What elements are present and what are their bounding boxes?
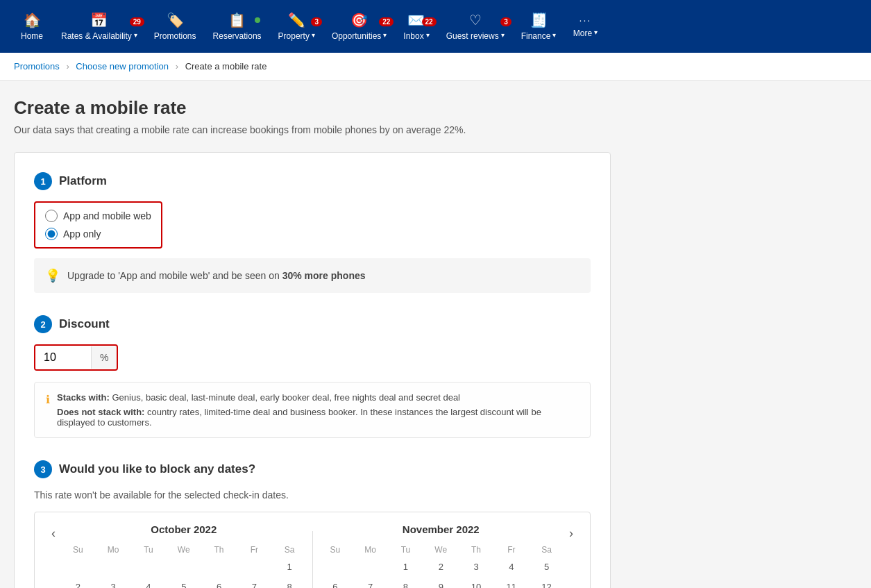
oct-day-mo: Mo bbox=[96, 542, 130, 557]
nov-day-mo: Mo bbox=[353, 542, 387, 557]
calendar-container: ‹ October 2022 Su Mo Tu We Th Fr Sa bbox=[34, 512, 591, 588]
oct-day-tu: Tu bbox=[132, 542, 166, 557]
platform-radio-app-mobile-web[interactable] bbox=[45, 210, 58, 222]
guest-reviews-badge: 3 bbox=[500, 17, 511, 26]
discount-input-wrapper: % bbox=[34, 344, 118, 371]
nov-day-fr: Fr bbox=[494, 542, 528, 557]
platform-radio-app-only[interactable] bbox=[45, 228, 58, 240]
stacks-text-block: Stacks with: Genius, basic deal, last-mi… bbox=[57, 392, 579, 428]
discount-input[interactable] bbox=[35, 346, 91, 369]
cal-day-8[interactable]: 8 bbox=[389, 578, 423, 588]
cal-empty bbox=[132, 557, 166, 576]
page-title: Create a mobile rate bbox=[14, 97, 611, 119]
form-card: 1 Platform App and mobile web App only 💡… bbox=[14, 152, 611, 588]
cal-day-6[interactable]: 6 bbox=[319, 578, 353, 588]
calendar-october: October 2022 Su Mo Tu We Th Fr Sa 123456… bbox=[61, 523, 307, 588]
inbox-chevron-icon: ▾ bbox=[426, 31, 430, 39]
property-badge: 3 bbox=[311, 17, 322, 26]
breadcrumb-sep-1: › bbox=[66, 61, 69, 72]
nav-finance[interactable]: 🧾 Finance ▾ bbox=[513, 12, 565, 41]
nav-rates-label: Rates & Availability bbox=[61, 31, 132, 41]
reservations-dot bbox=[255, 17, 260, 23]
block-dates-title: Would you like to block any dates? bbox=[59, 462, 255, 476]
cal-day-4[interactable]: 4 bbox=[132, 578, 166, 588]
platform-option-app-mobile-web[interactable]: App and mobile web bbox=[45, 210, 151, 222]
cal-day-11[interactable]: 11 bbox=[494, 578, 528, 588]
cal-day-8[interactable]: 8 bbox=[273, 578, 307, 588]
platform-section-num: 1 bbox=[34, 172, 52, 190]
calendar-separator bbox=[312, 531, 313, 589]
october-grid: Su Mo Tu We Th Fr Sa bbox=[61, 542, 307, 557]
nav-guest-reviews[interactable]: ♡ 3 Guest reviews ▾ bbox=[438, 12, 513, 41]
inbox-badge: 22 bbox=[422, 17, 437, 26]
nov-day-th: Th bbox=[459, 542, 493, 557]
stacks-with-text: Stacks with: Genius, basic deal, last-mi… bbox=[57, 392, 579, 403]
stacks-info: ℹ Stacks with: Genius, basic deal, last-… bbox=[34, 382, 591, 438]
nav-inbox[interactable]: ✉️ 22 Inbox ▾ bbox=[395, 12, 437, 41]
finance-icon: 🧾 bbox=[530, 12, 548, 28]
cal-day-7[interactable]: 7 bbox=[353, 578, 387, 588]
nav-property[interactable]: ✏️ 3 Property ▾ bbox=[270, 12, 323, 41]
opportunities-icon: 🎯 bbox=[350, 12, 368, 28]
platform-section-title: Platform bbox=[59, 174, 107, 188]
calendar-next-button[interactable]: › bbox=[564, 523, 579, 544]
opportunities-chevron-icon: ▾ bbox=[383, 31, 387, 39]
oct-day-sa: Sa bbox=[273, 542, 307, 557]
rates-badge: 29 bbox=[130, 17, 144, 26]
platform-section-header: 1 Platform bbox=[34, 172, 591, 190]
platform-option-app-only[interactable]: App only bbox=[45, 228, 151, 240]
cal-empty bbox=[353, 557, 387, 576]
nav-rates[interactable]: 📅 29 Rates & Availability ▾ bbox=[53, 12, 146, 41]
promotions-icon: 🏷️ bbox=[167, 12, 184, 28]
cal-empty bbox=[61, 557, 95, 576]
cal-day-2[interactable]: 2 bbox=[61, 578, 95, 588]
nav-home[interactable]: 🏠 Home bbox=[11, 12, 53, 41]
rates-chevron-icon: ▾ bbox=[134, 31, 137, 39]
cal-day-4[interactable]: 4 bbox=[494, 557, 528, 576]
cal-day-10[interactable]: 10 bbox=[459, 578, 493, 588]
block-dates-num: 3 bbox=[34, 460, 52, 478]
october-title: October 2022 bbox=[61, 523, 307, 535]
cal-day-9[interactable]: 9 bbox=[424, 578, 458, 588]
opportunities-badge: 22 bbox=[379, 17, 394, 26]
cal-day-5[interactable]: 5 bbox=[530, 557, 564, 576]
cal-empty bbox=[319, 557, 353, 576]
oct-day-su: Su bbox=[61, 542, 95, 557]
november-title: November 2022 bbox=[319, 523, 564, 535]
nav-inbox-label: Inbox bbox=[403, 31, 423, 41]
nav-home-label: Home bbox=[21, 31, 43, 41]
nov-day-su: Su bbox=[319, 542, 353, 557]
nav-guest-reviews-label: Guest reviews bbox=[446, 31, 499, 41]
cal-empty bbox=[202, 557, 236, 576]
home-icon: 🏠 bbox=[24, 12, 41, 28]
nav-promotions[interactable]: 🏷️ Promotions bbox=[146, 12, 205, 41]
cal-day-6[interactable]: 6 bbox=[202, 578, 236, 588]
main-nav: 🏠 Home 📅 29 Rates & Availability ▾ 🏷️ Pr… bbox=[0, 0, 871, 53]
page-description: Our data says that creating a mobile rat… bbox=[14, 124, 611, 135]
cal-day-7[interactable]: 7 bbox=[237, 578, 271, 588]
breadcrumb-current: Create a mobile rate bbox=[185, 61, 267, 72]
cal-day-1[interactable]: 1 bbox=[273, 557, 307, 576]
property-icon: ✏️ bbox=[288, 12, 305, 28]
nav-opportunities[interactable]: 🎯 22 Opportunities ▾ bbox=[323, 12, 395, 41]
calendar-prev-button[interactable]: ‹ bbox=[46, 523, 61, 544]
reservations-icon: 📋 bbox=[228, 12, 246, 28]
october-days: 1234567891011121314151617181920212223242… bbox=[61, 557, 307, 588]
block-dates-section-header: 3 Would you like to block any dates? bbox=[34, 460, 591, 478]
nav-more[interactable]: ··· More ▾ bbox=[564, 15, 606, 38]
cal-empty bbox=[237, 557, 271, 576]
cal-day-2[interactable]: 2 bbox=[424, 557, 458, 576]
cal-day-5[interactable]: 5 bbox=[167, 578, 201, 588]
breadcrumb-promotions[interactable]: Promotions bbox=[14, 61, 60, 72]
discount-section: 2 Discount % ℹ Stacks with: Genius, basi… bbox=[34, 315, 591, 438]
finance-chevron-icon: ▾ bbox=[552, 31, 556, 39]
info-circle-icon: ℹ bbox=[46, 393, 50, 428]
cal-day-3[interactable]: 3 bbox=[459, 557, 493, 576]
cal-empty bbox=[167, 557, 201, 576]
cal-day-12[interactable]: 12 bbox=[530, 578, 564, 588]
breadcrumb-choose-promotion[interactable]: Choose new promotion bbox=[76, 61, 169, 72]
cal-day-3[interactable]: 3 bbox=[96, 578, 130, 588]
block-dates-desc: This rate won't be available for the sel… bbox=[34, 489, 591, 501]
nav-reservations[interactable]: 📋 Reservations bbox=[205, 12, 270, 41]
cal-day-1[interactable]: 1 bbox=[389, 557, 423, 576]
